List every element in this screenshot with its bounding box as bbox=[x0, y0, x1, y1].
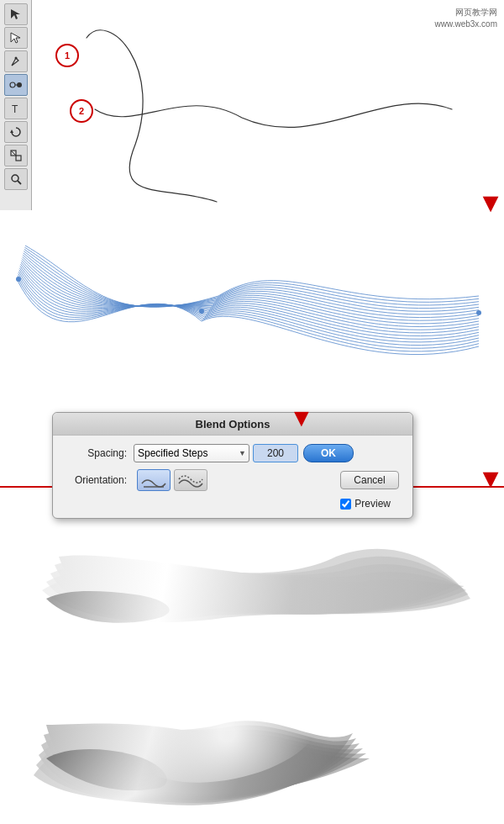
orientation-align-to-path[interactable] bbox=[174, 469, 207, 491]
rotate-tool[interactable] bbox=[4, 121, 28, 143]
drawing-area-1: 1 2 bbox=[32, 0, 504, 210]
zoom-tool[interactable] bbox=[4, 168, 28, 190]
watermark: 网页教学网 www.web3x.com bbox=[435, 7, 497, 30]
section-4-render bbox=[0, 641, 504, 824]
svg-marker-1 bbox=[11, 33, 20, 43]
steps-input[interactable] bbox=[253, 444, 298, 462]
preview-row: Preview bbox=[66, 498, 399, 510]
section-1: T 1 2 bbox=[0, 0, 504, 210]
preview-label: Preview bbox=[354, 498, 391, 510]
spacing-row: Spacing: Specified Steps ▼ OK bbox=[66, 444, 399, 462]
svg-point-3 bbox=[10, 82, 15, 87]
spacing-select[interactable]: Specified Steps bbox=[134, 444, 249, 462]
scale-tool[interactable] bbox=[4, 145, 28, 166]
svg-rect-9 bbox=[16, 156, 21, 161]
svg-point-4 bbox=[17, 82, 22, 87]
orientation-row: Orientation: bbox=[66, 469, 399, 491]
select-tool[interactable] bbox=[4, 3, 28, 25]
svg-marker-7 bbox=[10, 129, 13, 133]
toolbar: T bbox=[0, 0, 32, 210]
svg-marker-0 bbox=[11, 9, 20, 19]
orientation-align-to-page[interactable] bbox=[137, 469, 171, 491]
circle-label-2: 2 bbox=[70, 99, 93, 123]
orientation-label: Orientation: bbox=[66, 474, 134, 486]
ok-button[interactable]: OK bbox=[303, 444, 354, 462]
dialog-arrow: ▼ bbox=[289, 404, 314, 432]
cancel-button[interactable]: Cancel bbox=[340, 471, 399, 489]
preview-checkbox[interactable] bbox=[340, 499, 351, 510]
spacing-label: Spacing: bbox=[66, 447, 134, 459]
cancel-btn-wrapper: Cancel bbox=[340, 471, 399, 489]
svg-point-2 bbox=[14, 57, 17, 60]
section-2: ▼ Blend Options Spacing: Specified Steps… bbox=[0, 212, 504, 488]
pen-tool[interactable] bbox=[4, 50, 28, 72]
down-arrow-2: ▼ bbox=[477, 465, 504, 492]
svg-text:T: T bbox=[12, 103, 18, 115]
svg-point-11 bbox=[12, 175, 18, 182]
dialog-title: Blend Options bbox=[53, 413, 412, 436]
circle-label-1: 1 bbox=[55, 44, 79, 67]
blend-options-dialog: Blend Options Spacing: Specified Steps ▼… bbox=[52, 412, 413, 519]
dialog-body: Spacing: Specified Steps ▼ OK Orientatio… bbox=[53, 436, 412, 518]
blend-tool[interactable] bbox=[4, 74, 28, 96]
orientation-icons bbox=[137, 469, 207, 491]
svg-line-10 bbox=[11, 151, 16, 156]
svg-line-12 bbox=[18, 181, 21, 184]
direct-select-tool[interactable] bbox=[4, 27, 28, 49]
type-tool[interactable]: T bbox=[4, 98, 28, 119]
spacing-select-wrapper: Specified Steps ▼ bbox=[134, 444, 249, 462]
